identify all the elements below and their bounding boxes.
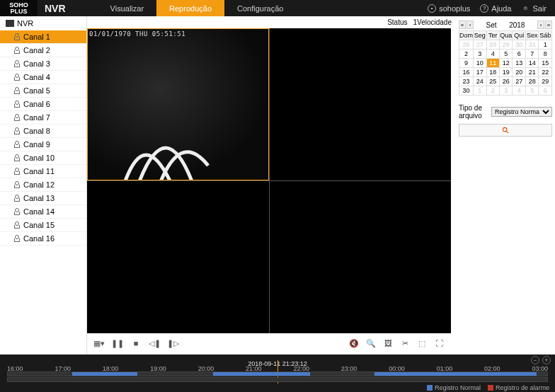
cal-day[interactable]: 4 (513, 86, 525, 96)
timeline-track-2[interactable] (7, 377, 548, 382)
step-fwd-button[interactable]: ❚▷ (168, 338, 178, 348)
channel-item-7[interactable]: Canal 7 (0, 111, 86, 125)
cal-day[interactable]: 27 (513, 77, 525, 86)
search-button[interactable] (459, 124, 552, 137)
help-link[interactable]: ? Ajuda (480, 4, 511, 13)
cal-day[interactable]: 15 (539, 59, 552, 68)
cal-next-month[interactable]: › (537, 21, 544, 29)
video-cell-1[interactable]: 01/01/1970 THU 05:51:51 (87, 28, 269, 180)
cal-day[interactable]: 3 (499, 86, 513, 96)
cal-day[interactable]: 8 (539, 50, 552, 59)
export-icon[interactable]: ⬚ (417, 338, 427, 348)
pause-button[interactable]: ❚❚ (113, 338, 122, 348)
channel-item-9[interactable]: Canal 9 (0, 138, 86, 151)
cal-day[interactable]: 13 (513, 59, 525, 68)
camera-icon (13, 47, 20, 54)
channel-item-5[interactable]: Canal 5 (0, 84, 86, 98)
mute-icon[interactable]: 🔇 (349, 338, 359, 348)
tab-config[interactable]: Configuração (224, 0, 296, 16)
snapshot-icon[interactable]: 🖼 (383, 338, 393, 348)
cal-day[interactable]: 5 (525, 86, 539, 96)
camera-icon (13, 235, 20, 242)
cal-day[interactable]: 12 (499, 59, 513, 68)
user-menu[interactable]: • sohoplus (428, 4, 470, 13)
cal-day[interactable]: 1 (539, 40, 552, 50)
right-panel: « ‹ Set 2018 › » DomSegTerQuaQuiSexSáb 2… (456, 16, 555, 354)
channel-item-4[interactable]: Canal 4 (0, 71, 86, 84)
tab-playback[interactable]: Reprodução (156, 0, 224, 16)
tab-visualize[interactable]: Visualizar (98, 0, 157, 16)
cal-next-year[interactable]: » (545, 21, 552, 29)
channel-item-3[interactable]: Canal 3 (0, 57, 86, 71)
file-type-select[interactable]: Registro Norma (491, 107, 552, 117)
cal-day[interactable]: 6 (539, 86, 552, 96)
cal-day[interactable]: 6 (513, 50, 525, 59)
stop-button[interactable]: ■ (131, 338, 141, 348)
cal-prev-month[interactable]: ‹ (467, 21, 474, 29)
logout-link[interactable]: ⎋ Sair (521, 4, 547, 13)
cal-day[interactable]: 1 (474, 86, 487, 96)
cal-day[interactable]: 28 (525, 77, 539, 86)
logout-icon: ⎋ (521, 4, 530, 13)
fullscreen-icon[interactable]: ⛶ (434, 338, 444, 348)
cal-day[interactable]: 21 (525, 68, 539, 77)
cal-day[interactable]: 26 (499, 77, 513, 86)
camera-icon (13, 141, 20, 148)
zoom-icon[interactable]: 🔍 (366, 338, 376, 348)
cal-day[interactable]: 27 (474, 40, 487, 50)
video-cell-2[interactable] (270, 28, 452, 180)
cal-day[interactable]: 5 (499, 50, 513, 59)
channel-item-6[interactable]: Canal 6 (0, 98, 86, 111)
channel-item-12[interactable]: Canal 12 (0, 178, 86, 192)
channel-item-8[interactable]: Canal 8 (0, 125, 86, 138)
cal-day[interactable]: 20 (513, 68, 525, 77)
cal-day[interactable]: 26 (459, 40, 474, 50)
cal-day[interactable]: 16 (459, 68, 474, 77)
channel-item-11[interactable]: Canal 11 (0, 165, 86, 178)
cal-day[interactable]: 17 (474, 68, 487, 77)
channel-item-16[interactable]: Canal 16 (0, 232, 86, 246)
speed-label: 1Velocidade (413, 18, 452, 26)
channel-item-15[interactable]: Canal 15 (0, 219, 86, 232)
channel-item-10[interactable]: Canal 10 (0, 151, 86, 165)
cal-day[interactable]: 4 (486, 50, 499, 59)
cal-day[interactable]: 29 (539, 77, 552, 86)
cal-day[interactable]: 30 (513, 40, 525, 50)
help-icon: ? (480, 4, 488, 13)
cal-day[interactable]: 19 (499, 68, 513, 77)
camera-icon (13, 60, 20, 67)
channel-item-13[interactable]: Canal 13 (0, 192, 86, 205)
timeline[interactable]: − + 2018-09-11 21:23:12 16:0017:0018:001… (0, 354, 555, 392)
cal-day[interactable]: 30 (459, 86, 474, 96)
channel-item-14[interactable]: Canal 14 (0, 205, 86, 219)
cal-day[interactable]: 18 (486, 68, 499, 77)
video-cell-3[interactable] (87, 181, 269, 333)
cal-day[interactable]: 22 (539, 68, 552, 77)
channel-item-1[interactable]: Canal 1 (0, 30, 86, 44)
cal-day[interactable]: 7 (525, 50, 539, 59)
cal-prev-year[interactable]: « (459, 21, 466, 29)
cal-day[interactable]: 31 (525, 40, 539, 50)
timeline-zoom-out[interactable]: − (531, 356, 539, 364)
tree-root[interactable]: NVR (0, 16, 86, 30)
clip-icon[interactable]: ✂ (400, 338, 410, 348)
cal-day[interactable]: 14 (525, 59, 539, 68)
video-cell-4[interactable] (270, 181, 452, 333)
layout-button[interactable]: ▦▾ (94, 338, 104, 348)
cal-day[interactable]: 2 (486, 86, 499, 96)
cal-day[interactable]: 9 (459, 59, 474, 68)
cal-day[interactable]: 10 (474, 59, 487, 68)
cal-day[interactable]: 24 (474, 77, 487, 86)
cal-day[interactable]: 25 (486, 77, 499, 86)
step-back-button[interactable]: ◁❚ (149, 338, 159, 348)
cal-day[interactable]: 29 (499, 40, 513, 50)
cal-day[interactable]: 3 (474, 50, 487, 59)
timeline-track-1[interactable] (7, 371, 548, 376)
cal-day[interactable]: 23 (459, 77, 474, 86)
camera-icon (13, 87, 20, 94)
channel-item-2[interactable]: Canal 2 (0, 44, 86, 57)
cal-day[interactable]: 28 (486, 40, 499, 50)
cal-day[interactable]: 2 (459, 50, 474, 59)
cal-day[interactable]: 11 (486, 59, 499, 68)
timeline-zoom-in[interactable]: + (542, 356, 551, 364)
